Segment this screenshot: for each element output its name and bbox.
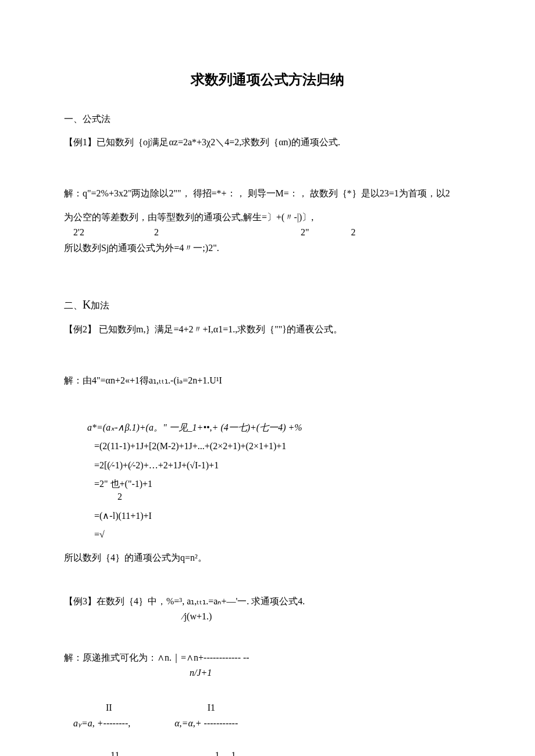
example-2-statement: 【例2】 已知数列m,｝满足=4+2〃+I,α1=1.,求数列｛""}的通夜公式… <box>64 323 471 336</box>
text-line: 11 1 1 <box>64 749 471 756</box>
example-3-eq-row-2: 11 1 1 ˆ=a₃+--- 4=%+-7- 34,.............… <box>64 749 471 756</box>
text-line: n/J+1 <box>64 667 471 679</box>
text-line: 2'2 2 2" 2 <box>64 226 471 239</box>
example-1-solution-line3: 所以数列Sj的通项公式为外=4〃一;)2". <box>64 242 471 255</box>
derivation-line-frac: =2" 也+("-1)+1 2 <box>87 478 471 504</box>
heading-letter-k: K <box>83 298 91 311</box>
section-2-heading: 二、K加法 <box>64 296 471 313</box>
text-line: 【例3】在数列｛4｝中，%=³, a₁,ₜₜ₁.=aₙ+—'一. 求通项公式4. <box>64 595 471 608</box>
derivation-line: a*=(aₓ-∧β.1)+(a。" 一见_1+••,+ (4一七)+(七一4) … <box>87 421 471 434</box>
derivation-line: =√ <box>87 528 471 541</box>
text-line: II I1 <box>64 701 471 714</box>
example-3-statement: 【例3】在数列｛4｝中，%=³, a₁,ₜₜ₁.=aₙ+—'一. 求通项公式4.… <box>64 595 471 624</box>
derivation-line: =(∧-l)(11+1)+I <box>87 510 471 522</box>
text-line: =2" 也+("-1)+1 <box>87 478 471 490</box>
section-1-heading: 一、公式法 <box>64 113 471 126</box>
heading-prefix: 二、 <box>64 300 83 310</box>
derivation-block: a*=(aₓ-∧β.1)+(a。" 一见_1+••,+ (4一七)+(七一4) … <box>87 421 471 542</box>
example-3-solution-line1: 解：原递推式可化为：∧n.｜=∧n+------------ -- n/J+1 <box>64 651 471 680</box>
heading-suffix: 加法 <box>91 300 109 310</box>
example-3-eq-row-1: II I1 aᵧ=a, +--------, α,=α,+ ----------… <box>64 701 471 730</box>
derivation-line: =2[(∕-1)+(∕-2)+…+2+1J+(√I-1)+1 <box>87 459 471 472</box>
text-line: 2 <box>87 490 471 503</box>
text-line: aᵧ=a, +--------, α,=α,+ ----------- <box>64 717 471 730</box>
example-1-solution-line2: 为公空的等差数列，由等型数列的通项公式,解生=〕+(〃-|)〕, 2'2 2 2… <box>64 211 471 239</box>
example-1-statement: 【例1】已知数列｛oj满足αz=2a*+3χ2＼4=2,求数列｛αn)的通项公式… <box>64 136 471 149</box>
page-title: 求数列通项公式方法归纳 <box>64 70 471 89</box>
text-line: 为公空的等差数列，由等型数列的通项公式,解生=〕+(〃-|)〕, <box>64 211 471 224</box>
example-1-solution-line1: 解：q"=2%+3x2"两边除以2""， 得招=*+：， 则导一M=：， 故数列… <box>64 187 471 200</box>
text-line: ∕j(w+1.) <box>64 610 471 623</box>
text-line: 解：原递推式可化为：∧n.｜=∧n+------------ -- <box>64 651 471 664</box>
example-2-solution-intro: 解：由4"=αn+2«+1得a₁,ₜₜ₁.-(iₐ=2n+1.U¹I <box>64 374 471 387</box>
document-page: 求数列通项公式方法归纳 一、公式法 【例1】已知数列｛oj满足αz=2a*+3χ… <box>0 0 535 756</box>
derivation-line: =(2(11-1)+1J+[2(M-2)+1J+...+(2×2+1)+(2×1… <box>87 440 471 453</box>
example-2-conclusion: 所以数列｛4｝的通项公式为q=n²。 <box>64 551 471 564</box>
